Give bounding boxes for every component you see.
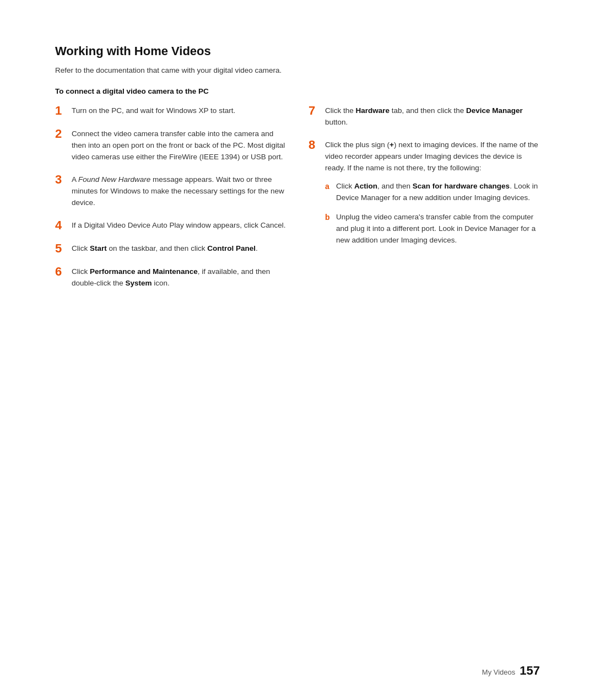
two-column-layout: 1 Turn on the PC, and wait for Windows X… — [55, 104, 540, 299]
step-text-2: Connect the video camera transfer cable … — [72, 127, 286, 163]
page-footer: My Videos 157 — [482, 664, 540, 678]
sub-step-letter-a: a — [325, 181, 336, 192]
right-column: 7 Click the Hardware tab, and then click… — [309, 104, 540, 299]
footer-page-number: 157 — [520, 664, 540, 678]
step-number-1: 1 — [55, 104, 72, 117]
section-heading: To connect a digital video camera to the… — [55, 87, 540, 95]
sub-step-a: a Click Action, and then Scan for hardwa… — [325, 181, 540, 204]
footer-label: My Videos — [482, 668, 515, 676]
step-6: 6 Click Performance and Maintenance, if … — [55, 265, 286, 289]
step-number-2: 2 — [55, 127, 72, 141]
sub-steps-container: a Click Action, and then Scan for hardwa… — [325, 181, 540, 254]
step-text-7: Click the Hardware tab, and then click t… — [325, 104, 540, 128]
step-2: 2 Connect the video camera transfer cabl… — [55, 127, 286, 163]
step-number-4: 4 — [55, 219, 72, 232]
step-text-8: Click the plus sign (+) next to imaging … — [325, 138, 540, 174]
step-5: 5 Click Start on the taskbar, and then c… — [55, 242, 286, 255]
intro-text: Refer to the documentation that came wit… — [55, 65, 540, 76]
sub-step-letter-b: b — [325, 212, 336, 223]
step-text-6: Click Performance and Maintenance, if av… — [72, 265, 286, 289]
sub-step-b: b Unplug the video camera's transfer cab… — [325, 212, 540, 246]
step-number-6: 6 — [55, 265, 72, 278]
sub-step-text-a: Click Action, and then Scan for hardware… — [336, 181, 540, 204]
step-7: 7 Click the Hardware tab, and then click… — [309, 104, 540, 128]
step-3: 3 A Found New Hardware message appears. … — [55, 173, 286, 209]
step-8: 8 Click the plus sign (+) next to imagin… — [309, 138, 540, 254]
left-column: 1 Turn on the PC, and wait for Windows X… — [55, 104, 286, 299]
step-number-7: 7 — [309, 104, 325, 117]
step-number-5: 5 — [55, 242, 72, 255]
step-text-4: If a Digital Video Device Auto Play wind… — [72, 219, 285, 231]
step-text-1: Turn on the PC, and wait for Windows XP … — [72, 104, 235, 117]
page-title: Working with Home Videos — [55, 44, 540, 58]
page-container: Working with Home Videos Refer to the do… — [0, 0, 595, 700]
step-number-3: 3 — [55, 173, 72, 186]
step-1: 1 Turn on the PC, and wait for Windows X… — [55, 104, 286, 117]
step-text-5: Click Start on the taskbar, and then cli… — [72, 242, 258, 255]
sub-step-text-b: Unplug the video camera's transfer cable… — [336, 212, 540, 246]
step-4: 4 If a Digital Video Device Auto Play wi… — [55, 219, 286, 232]
step-number-8: 8 — [309, 138, 325, 152]
step-text-3: A Found New Hardware message appears. Wa… — [72, 173, 286, 209]
